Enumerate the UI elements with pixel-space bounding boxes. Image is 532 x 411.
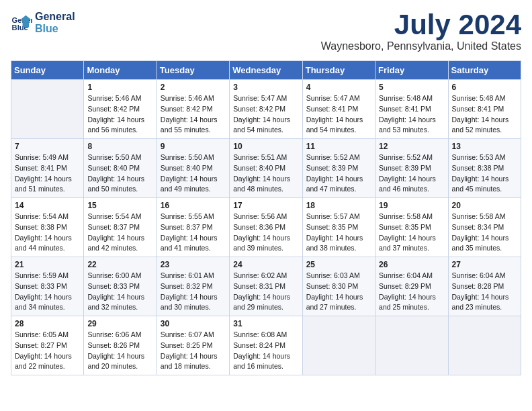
day-info: Sunrise: 6:04 AMSunset: 8:29 PMDaylight:… — [379, 271, 436, 311]
calendar-cell: 3 Sunrise: 5:47 AMSunset: 8:42 PMDayligh… — [230, 80, 302, 139]
page-header: General Blue General Blue July 2024 Wayn… — [11, 11, 521, 52]
day-info: Sunrise: 5:46 AMSunset: 8:42 PMDaylight:… — [87, 94, 144, 134]
calendar-cell: 30 Sunrise: 6:07 AMSunset: 8:25 PMDaylig… — [157, 316, 229, 375]
calendar-week-row: 1 Sunrise: 5:46 AMSunset: 8:42 PMDayligh… — [11, 80, 521, 139]
calendar-week-row: 14 Sunrise: 5:54 AMSunset: 8:38 PMDaylig… — [11, 198, 521, 257]
day-info: Sunrise: 5:46 AMSunset: 8:42 PMDaylight:… — [161, 94, 218, 134]
day-info: Sunrise: 6:08 AMSunset: 8:24 PMDaylight:… — [233, 330, 290, 370]
day-number: 7 — [15, 142, 80, 151]
calendar-cell: 8 Sunrise: 5:50 AMSunset: 8:40 PMDayligh… — [84, 139, 157, 198]
day-info: Sunrise: 5:49 AMSunset: 8:41 PMDaylight:… — [15, 153, 72, 193]
day-info: Sunrise: 5:48 AMSunset: 8:41 PMDaylight:… — [452, 94, 509, 134]
calendar-cell: 29 Sunrise: 6:06 AMSunset: 8:26 PMDaylig… — [84, 316, 157, 375]
calendar-cell: 15 Sunrise: 5:54 AMSunset: 8:37 PMDaylig… — [84, 198, 157, 257]
logo-icon: General Blue — [11, 12, 32, 34]
calendar-cell: 21 Sunrise: 5:59 AMSunset: 8:33 PMDaylig… — [11, 257, 84, 316]
calendar-cell: 11 Sunrise: 5:52 AMSunset: 8:39 PMDaylig… — [302, 139, 375, 198]
day-number: 21 — [15, 260, 80, 269]
calendar-cell: 12 Sunrise: 5:52 AMSunset: 8:39 PMDaylig… — [375, 139, 448, 198]
calendar-cell: 22 Sunrise: 6:00 AMSunset: 8:33 PMDaylig… — [84, 257, 157, 316]
day-info: Sunrise: 6:03 AMSunset: 8:30 PMDaylight:… — [306, 271, 363, 311]
day-info: Sunrise: 5:58 AMSunset: 8:35 PMDaylight:… — [379, 212, 436, 252]
day-number: 9 — [161, 142, 226, 151]
day-number: 14 — [15, 201, 80, 210]
day-info: Sunrise: 5:47 AMSunset: 8:42 PMDaylight:… — [233, 94, 290, 134]
day-number: 4 — [306, 83, 371, 92]
day-info: Sunrise: 5:55 AMSunset: 8:37 PMDaylight:… — [161, 212, 218, 252]
calendar-cell: 14 Sunrise: 5:54 AMSunset: 8:38 PMDaylig… — [11, 198, 84, 257]
calendar-cell: 17 Sunrise: 5:56 AMSunset: 8:36 PMDaylig… — [230, 198, 302, 257]
day-number: 22 — [87, 260, 152, 269]
day-number: 12 — [379, 142, 444, 151]
calendar-cell — [375, 316, 448, 375]
day-info: Sunrise: 5:48 AMSunset: 8:41 PMDaylight:… — [379, 94, 436, 134]
calendar-cell: 1 Sunrise: 5:46 AMSunset: 8:42 PMDayligh… — [84, 80, 157, 139]
calendar-header-row: SundayMondayTuesdayWednesdayThursdayFrid… — [11, 61, 521, 80]
day-info: Sunrise: 5:53 AMSunset: 8:38 PMDaylight:… — [452, 153, 509, 193]
calendar-cell: 4 Sunrise: 5:47 AMSunset: 8:41 PMDayligh… — [302, 80, 375, 139]
day-number: 15 — [87, 201, 152, 210]
day-number: 11 — [306, 142, 371, 151]
day-info: Sunrise: 6:04 AMSunset: 8:28 PMDaylight:… — [452, 271, 509, 311]
calendar-cell: 25 Sunrise: 6:03 AMSunset: 8:30 PMDaylig… — [302, 257, 375, 316]
day-info: Sunrise: 5:58 AMSunset: 8:34 PMDaylight:… — [452, 212, 509, 252]
calendar-cell: 23 Sunrise: 6:01 AMSunset: 8:32 PMDaylig… — [157, 257, 229, 316]
day-info: Sunrise: 6:00 AMSunset: 8:33 PMDaylight:… — [87, 271, 144, 311]
day-info: Sunrise: 6:05 AMSunset: 8:27 PMDaylight:… — [15, 330, 72, 370]
day-number: 24 — [233, 260, 298, 269]
day-info: Sunrise: 5:54 AMSunset: 8:37 PMDaylight:… — [87, 212, 144, 252]
calendar-cell: 6 Sunrise: 5:48 AMSunset: 8:41 PMDayligh… — [448, 80, 521, 139]
day-info: Sunrise: 5:54 AMSunset: 8:38 PMDaylight:… — [15, 212, 72, 252]
day-number: 17 — [233, 201, 298, 210]
calendar-cell — [11, 80, 84, 139]
day-number: 25 — [306, 260, 371, 269]
day-number: 13 — [452, 142, 517, 151]
day-number: 2 — [161, 83, 226, 92]
day-number: 8 — [87, 142, 152, 151]
logo-text: General Blue — [35, 11, 75, 35]
calendar-cell — [302, 316, 375, 375]
calendar-cell: 5 Sunrise: 5:48 AMSunset: 8:41 PMDayligh… — [375, 80, 448, 139]
day-number: 3 — [233, 83, 298, 92]
column-header-thursday: Thursday — [302, 61, 375, 80]
calendar-cell: 16 Sunrise: 5:55 AMSunset: 8:37 PMDaylig… — [157, 198, 229, 257]
month-title: July 2024 — [321, 11, 521, 39]
day-info: Sunrise: 5:52 AMSunset: 8:39 PMDaylight:… — [379, 153, 436, 193]
day-info: Sunrise: 5:52 AMSunset: 8:39 PMDaylight:… — [306, 153, 363, 193]
day-info: Sunrise: 5:59 AMSunset: 8:33 PMDaylight:… — [15, 271, 72, 311]
day-info: Sunrise: 6:01 AMSunset: 8:32 PMDaylight:… — [161, 271, 218, 311]
svg-text:General: General — [12, 16, 32, 24]
day-number: 27 — [452, 260, 517, 269]
calendar-cell: 19 Sunrise: 5:58 AMSunset: 8:35 PMDaylig… — [375, 198, 448, 257]
calendar-week-row: 28 Sunrise: 6:05 AMSunset: 8:27 PMDaylig… — [11, 316, 521, 375]
day-info: Sunrise: 6:06 AMSunset: 8:26 PMDaylight:… — [87, 330, 144, 370]
day-number: 18 — [306, 201, 371, 210]
day-number: 29 — [87, 319, 152, 328]
title-area: July 2024 Waynesboro, Pennsylvania, Unit… — [321, 11, 521, 52]
day-info: Sunrise: 5:57 AMSunset: 8:35 PMDaylight:… — [306, 212, 363, 252]
day-number: 5 — [379, 83, 444, 92]
calendar-cell: 20 Sunrise: 5:58 AMSunset: 8:34 PMDaylig… — [448, 198, 521, 257]
column-header-wednesday: Wednesday — [230, 61, 302, 80]
calendar-cell: 24 Sunrise: 6:02 AMSunset: 8:31 PMDaylig… — [230, 257, 302, 316]
column-header-sunday: Sunday — [11, 61, 84, 80]
day-number: 26 — [379, 260, 444, 269]
calendar-cell: 10 Sunrise: 5:51 AMSunset: 8:40 PMDaylig… — [230, 139, 302, 198]
calendar-cell: 31 Sunrise: 6:08 AMSunset: 8:24 PMDaylig… — [230, 316, 302, 375]
day-info: Sunrise: 5:47 AMSunset: 8:41 PMDaylight:… — [306, 94, 363, 134]
calendar-body: 1 Sunrise: 5:46 AMSunset: 8:42 PMDayligh… — [11, 80, 521, 375]
day-number: 28 — [15, 319, 80, 328]
column-header-tuesday: Tuesday — [157, 61, 229, 80]
calendar-week-row: 21 Sunrise: 5:59 AMSunset: 8:33 PMDaylig… — [11, 257, 521, 316]
calendar-cell: 18 Sunrise: 5:57 AMSunset: 8:35 PMDaylig… — [302, 198, 375, 257]
calendar-table: SundayMondayTuesdayWednesdayThursdayFrid… — [11, 60, 521, 375]
calendar-cell: 2 Sunrise: 5:46 AMSunset: 8:42 PMDayligh… — [157, 80, 229, 139]
column-header-saturday: Saturday — [448, 61, 521, 80]
day-number: 31 — [233, 319, 298, 328]
calendar-cell: 13 Sunrise: 5:53 AMSunset: 8:38 PMDaylig… — [448, 139, 521, 198]
day-info: Sunrise: 5:56 AMSunset: 8:36 PMDaylight:… — [233, 212, 290, 252]
calendar-cell: 7 Sunrise: 5:49 AMSunset: 8:41 PMDayligh… — [11, 139, 84, 198]
column-header-friday: Friday — [375, 61, 448, 80]
day-info: Sunrise: 6:07 AMSunset: 8:25 PMDaylight:… — [161, 330, 218, 370]
calendar-cell: 27 Sunrise: 6:04 AMSunset: 8:28 PMDaylig… — [448, 257, 521, 316]
